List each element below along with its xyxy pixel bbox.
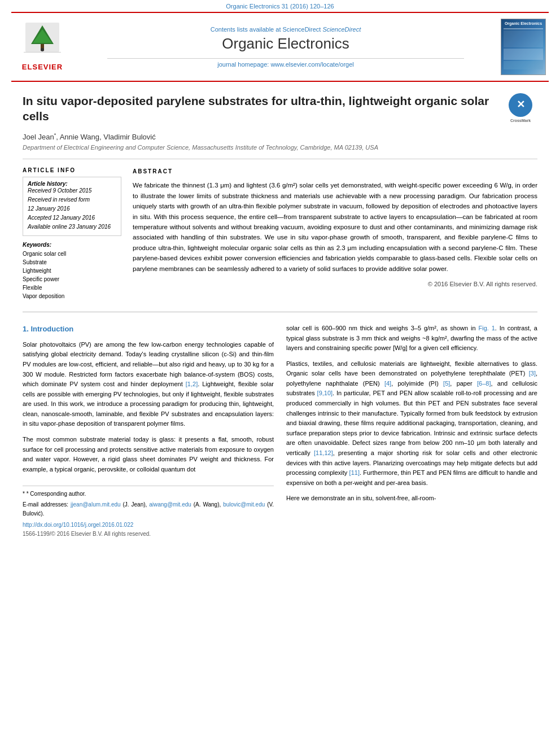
journal-header: ELSEVIER Contents lists available at Sci… <box>11 12 549 82</box>
citation-text: Organic Electronics 31 (2016) 120–126 <box>226 3 334 10</box>
keyword-6: Vapor deposition <box>23 292 121 300</box>
history-received-revised-label: Received in revised form <box>28 196 116 204</box>
keyword-2: Substrate <box>23 258 121 267</box>
affiliation-text: Department of Electrical Engineering and… <box>23 144 537 151</box>
svg-rect-5 <box>24 52 61 53</box>
info-abstract-divider <box>23 159 537 159</box>
elsevier-tree-icon <box>23 23 62 59</box>
article-history-box: Article history: Received 9 October 2015… <box>23 177 121 236</box>
right-para-1: solar cell is 600–900 nm thick and weigh… <box>286 324 537 353</box>
section-title: Introduction <box>30 325 73 333</box>
article-info-title: ARTICLE INFO <box>23 167 121 173</box>
article-info-abstract: ARTICLE INFO Article history: Received 9… <box>23 167 537 300</box>
article-info-column: ARTICLE INFO Article history: Received 9… <box>23 167 121 300</box>
right-para-3: Here we demonstrate an in situ, solvent-… <box>286 493 537 504</box>
keyword-5: Flexible <box>23 283 121 292</box>
cover-image: Organic Electronics <box>501 19 546 75</box>
keyword-1: Organic solar cell <box>23 250 121 258</box>
abstract-section: ABSTRACT We fabricate the thinnest (1.3 … <box>133 167 537 300</box>
paper-title-container: In situ vapor-deposited parylene substra… <box>23 93 537 124</box>
right-para-2: Plastics, textiles, and cellulosic mater… <box>286 359 537 488</box>
doi-line: http://dx.doi.org/10.1016/j.orgel.2016.0… <box>23 521 274 530</box>
history-available-online: Available online 23 January 2016 <box>28 223 116 231</box>
main-content: 1. Introduction Solar photovoltaics (PV)… <box>23 324 537 539</box>
elsevier-logo: ELSEVIER <box>11 19 73 75</box>
history-received-revised-date: 12 January 2016 <box>28 205 116 213</box>
journal-citation-bar: Organic Electronics 31 (2016) 120–126 <box>0 0 560 12</box>
corresponding-author-note: * * Corresponding author. <box>23 490 274 499</box>
paper-title-text: In situ vapor-deposited parylene substra… <box>23 94 489 123</box>
journal-center: Contents lists available at ScienceDirec… <box>73 19 498 75</box>
journal-homepage: journal homepage: www.elsevier.com/locat… <box>85 61 487 68</box>
intro-para-1: Solar photovoltaics (PV) are among the f… <box>23 340 274 429</box>
abstract-title: ABSTRACT <box>133 167 537 176</box>
left-column: 1. Introduction Solar photovoltaics (PV)… <box>23 324 274 539</box>
science-direct-text: Contents lists available at ScienceDirec… <box>85 26 487 33</box>
keywords-title: Keywords: <box>23 242 121 248</box>
authors-text: Joel Jean*, Annie Wang, Vladimir Bulović <box>23 133 156 141</box>
history-received: Received 9 October 2015 <box>28 187 116 195</box>
journal-cover: Organic Electronics <box>498 19 549 75</box>
email-footnote: E-mail addresses: jjean@alum.mit.edu (J.… <box>23 500 274 518</box>
keyword-3: Lightweight <box>23 267 121 275</box>
svg-point-4 <box>41 48 44 51</box>
abstract-text: We fabricate the thinnest (1.3 μm) and l… <box>133 180 537 274</box>
journal-title: Organic Electronics <box>85 35 487 53</box>
keyword-4: Specific power <box>23 275 121 283</box>
crossmark-badge: ✕ CrossMark <box>504 93 537 123</box>
section-number: 1. <box>23 325 29 333</box>
history-accepted: Accepted 12 January 2016 <box>28 214 116 222</box>
issn-line: 1566-1199/© 2016 Elsevier B.V. All right… <box>23 530 274 539</box>
body-divider <box>23 312 537 312</box>
right-column: solar cell is 600–900 nm thick and weigh… <box>286 324 537 539</box>
copyright-text: © 2016 Elsevier B.V. All rights reserved… <box>133 279 537 289</box>
crossmark-icon: ✕ <box>509 93 532 117</box>
cover-title: Organic Electronics <box>505 21 542 26</box>
paper-body: In situ vapor-deposited parylene substra… <box>0 82 560 550</box>
keywords-section: Keywords: Organic solar cell Substrate L… <box>23 242 121 300</box>
footnote-area: * * Corresponding author. E-mail address… <box>23 486 274 539</box>
authors-line: Joel Jean*, Annie Wang, Vladimir Bulović <box>23 132 537 141</box>
intro-para-2: The most common substrate material today… <box>23 435 274 474</box>
header-divider <box>107 58 464 59</box>
introduction-heading: 1. Introduction <box>23 324 274 335</box>
elsevier-brand-text: ELSEVIER <box>22 63 63 71</box>
history-label: Article history: <box>28 181 116 187</box>
